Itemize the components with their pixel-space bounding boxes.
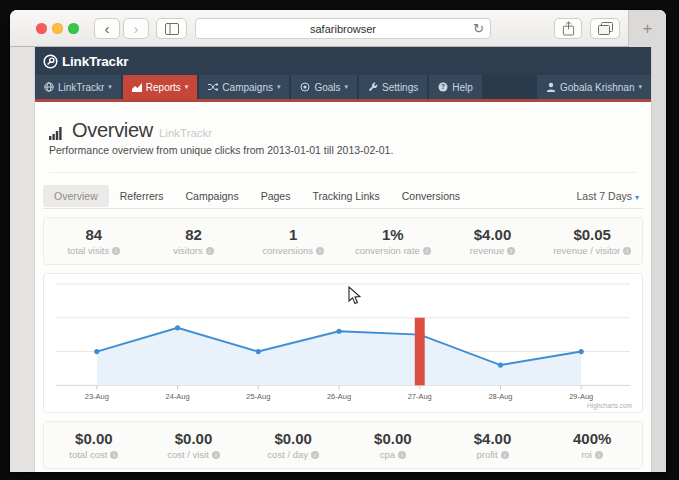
stat-label: visitors: [173, 245, 203, 256]
date-range-dropdown[interactable]: Last 7 Days▾: [577, 190, 643, 202]
mouse-cursor: [348, 286, 362, 310]
tab-overview[interactable]: Overview: [43, 185, 109, 207]
tab-pages[interactable]: Pages: [250, 185, 302, 207]
svg-text:28-Aug: 28-Aug: [488, 392, 512, 401]
info-icon[interactable]: [623, 247, 631, 255]
show-tabs-button[interactable]: [590, 18, 620, 39]
address-bar[interactable]: safaribrowser ↻: [195, 18, 491, 39]
nav-item-goals[interactable]: Goals ▾: [291, 75, 357, 99]
svg-text:24-Aug: 24-Aug: [166, 392, 190, 401]
stat-label: revenue / visitor: [553, 245, 620, 256]
user-icon: [546, 82, 556, 92]
nav-item-settings[interactable]: Settings: [359, 75, 427, 99]
page-viewport: LinkTrackr LinkTrackr ▾ Reports ▾ Campai…: [10, 47, 666, 472]
nav-item-campaigns[interactable]: Campaigns ▾: [199, 75, 289, 99]
share-button[interactable]: [554, 18, 582, 39]
stat-value: $0.00: [243, 430, 343, 447]
new-tab-button[interactable]: +: [628, 10, 666, 47]
info-icon[interactable]: [212, 451, 220, 459]
chevron-down-icon: ▾: [277, 83, 281, 91]
share-icon: [562, 21, 575, 36]
page-right-margin: [651, 47, 666, 472]
visits-chart-panel: 23-Aug24-Aug25-Aug26-Aug27-Aug28-Aug29-A…: [43, 273, 643, 413]
info-icon[interactable]: [316, 247, 324, 255]
svg-text:23-Aug: 23-Aug: [85, 392, 109, 401]
tabs-icon: [598, 22, 613, 35]
svg-text:?: ?: [441, 83, 445, 90]
tab-campaigns[interactable]: Campaigns: [175, 185, 250, 207]
page-title-brand: LinkTrackr: [159, 127, 212, 140]
stat-total-visits: 84 total visits: [44, 226, 144, 256]
back-icon: ‹: [105, 21, 110, 36]
nav-spacer: [484, 75, 535, 99]
user-name: Gobala Krishnan: [560, 82, 635, 93]
tab-conversions[interactable]: Conversions: [391, 185, 471, 207]
sidebar-toggle-button[interactable]: [156, 18, 187, 39]
info-icon[interactable]: [206, 247, 214, 255]
link-icon: [43, 54, 58, 69]
app-header: LinkTrackr: [35, 47, 651, 75]
stat-cost-visit: $0.00 cost / visit: [144, 430, 244, 460]
stat-conversion-rate: 1% conversion rate: [343, 226, 443, 256]
stat-value: $4.00: [443, 430, 543, 447]
globe-icon: [44, 82, 54, 92]
user-menu[interactable]: Gobala Krishnan ▾: [537, 75, 651, 99]
sidebar-icon: [165, 23, 179, 35]
url-text: safaribrowser: [310, 23, 376, 35]
info-icon[interactable]: [595, 451, 603, 459]
svg-text:29-Aug: 29-Aug: [569, 392, 593, 401]
stat-value: $4.00: [443, 226, 543, 243]
nav-label: Settings: [382, 82, 418, 93]
info-icon[interactable]: [507, 247, 515, 255]
nav-item-help[interactable]: ? Help: [429, 75, 482, 99]
app-logo[interactable]: LinkTrackr: [62, 54, 128, 69]
stat-cost-day: $0.00 cost / day: [243, 430, 343, 460]
target-icon: [300, 82, 310, 92]
info-icon[interactable]: [110, 451, 118, 459]
info-icon[interactable]: [423, 247, 431, 255]
nav-item-reports[interactable]: Reports ▾: [123, 75, 198, 99]
svg-text:26-Aug: 26-Aug: [327, 392, 351, 401]
clicks-chart[interactable]: 23-Aug24-Aug25-Aug26-Aug27-Aug28-Aug29-A…: [44, 274, 642, 412]
stat-label: conversions: [262, 245, 313, 256]
reload-button[interactable]: ↻: [473, 21, 484, 36]
stat-revenue-visitor: $0.05 revenue / visitor: [542, 226, 642, 256]
chevron-down-icon: ▾: [635, 193, 639, 202]
minimize-button[interactable]: [52, 23, 63, 34]
stat-label: conversion rate: [355, 245, 420, 256]
date-range-label: Last 7 Days: [577, 190, 632, 202]
stat-cpa: $0.00 cpa: [343, 430, 443, 460]
chevron-down-icon: ▾: [638, 83, 642, 91]
info-icon[interactable]: [112, 247, 120, 255]
page-title: Overview: [72, 120, 153, 140]
page-subtitle: Performance overview from unique clicks …: [49, 144, 637, 156]
close-button[interactable]: [36, 23, 47, 34]
stat-value: 400%: [542, 430, 642, 447]
stats-row-bottom: $0.00 total cost $0.00 cost / visit $0.0…: [43, 421, 643, 469]
nav-item-linktrackr[interactable]: LinkTrackr ▾: [35, 75, 121, 99]
forward-button[interactable]: ›: [123, 18, 149, 39]
stat-label: cost / visit: [167, 449, 209, 460]
stat-value: $0.00: [343, 430, 443, 447]
info-icon[interactable]: [398, 451, 406, 459]
tab-tracking-links[interactable]: Tracking Links: [301, 185, 390, 207]
stat-label: profit: [476, 449, 497, 460]
bar-chart-icon: [49, 126, 66, 140]
stat-label: cost / day: [267, 449, 308, 460]
tab-referrers[interactable]: Referrers: [109, 185, 175, 207]
zoom-button[interactable]: [68, 23, 79, 34]
stat-revenue: $4.00 revenue: [443, 226, 543, 256]
forward-icon: ›: [134, 21, 139, 36]
stat-conversions: 1 conversions: [243, 226, 343, 256]
svg-text:Highcharts.com: Highcharts.com: [587, 402, 632, 410]
back-button[interactable]: ‹: [94, 18, 120, 39]
area-chart-icon: [132, 82, 142, 92]
nav-label: LinkTrackr: [58, 82, 104, 93]
stat-label: roi: [581, 449, 592, 460]
info-icon[interactable]: [311, 451, 319, 459]
stat-value: $0.00: [144, 430, 244, 447]
info-icon[interactable]: [501, 451, 509, 459]
stat-value: 82: [144, 226, 244, 243]
svg-text:27-Aug: 27-Aug: [408, 392, 432, 401]
linktrackr-page: LinkTrackr LinkTrackr ▾ Reports ▾ Campai…: [35, 47, 651, 472]
